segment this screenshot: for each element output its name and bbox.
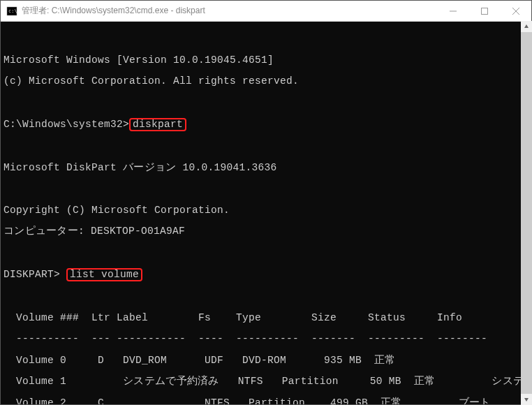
svg-text:c:\: c:\: [8, 8, 17, 14]
table-header: Volume ### Ltr Label Fs Type Size Status…: [3, 313, 529, 323]
svg-marker-6: [524, 24, 529, 28]
terminal-output[interactable]: Microsoft Windows [Version 10.0.19045.46…: [1, 22, 531, 404]
maximize-button[interactable]: [468, 1, 500, 21]
minimize-button[interactable]: [437, 1, 468, 21]
output-line: DISKPART> list volume: [3, 269, 529, 281]
svg-marker-7: [524, 398, 529, 402]
output-line: [3, 291, 529, 302]
scroll-track[interactable]: [521, 32, 532, 394]
table-row: Volume 1 システムで予約済み NTFS Partition 50 MB …: [3, 376, 529, 387]
scroll-thumb[interactable]: [521, 32, 532, 394]
output-line: コンピューター: DESKTOP-O01A9AF: [3, 226, 529, 237]
window: c:\ 管理者: C:\Windows\system32\cmd.exe - d…: [0, 0, 532, 405]
table-divider: ---------- --- ----------- ---- --------…: [3, 334, 529, 344]
window-title: 管理者: C:\Windows\system32\cmd.exe - diskp…: [22, 5, 437, 17]
output-line: [3, 184, 529, 194]
svg-rect-3: [481, 8, 487, 14]
cmd-icon: c:\: [6, 6, 17, 17]
scroll-down-icon[interactable]: [521, 394, 532, 405]
titlebar[interactable]: c:\ 管理者: C:\Windows\system32\cmd.exe - d…: [1, 1, 531, 22]
table-row: Volume 2 C NTFS Partition 499 GB 正常 ブート: [3, 398, 529, 404]
scrollbar[interactable]: [521, 21, 532, 405]
prompt: DISKPART>: [3, 269, 66, 280]
output-line: Microsoft Windows [Version 10.0.19045.46…: [3, 55, 529, 66]
highlight-list-volume: list volume: [66, 268, 142, 281]
close-button[interactable]: [500, 1, 531, 21]
output-line: [3, 141, 529, 152]
prompt: C:\Windows\system32>: [3, 119, 129, 130]
output-line: (c) Microsoft Corporation. All rights re…: [3, 76, 529, 87]
table-row: Volume 0 D DVD_ROM UDF DVD-ROM 935 MB 正常: [3, 355, 529, 366]
scroll-up-icon[interactable]: [521, 21, 532, 32]
output-line: [3, 98, 529, 108]
output-line: Copyright (C) Microsoft Corporation.: [3, 205, 529, 216]
highlight-diskpart: diskpart: [129, 118, 186, 131]
output-line: [3, 248, 529, 258]
output-line: Microsoft DiskPart バージョン 10.0.19041.3636: [3, 163, 529, 173]
output-line: C:\Windows\system32>diskpart: [3, 119, 529, 131]
window-controls: [437, 1, 531, 21]
